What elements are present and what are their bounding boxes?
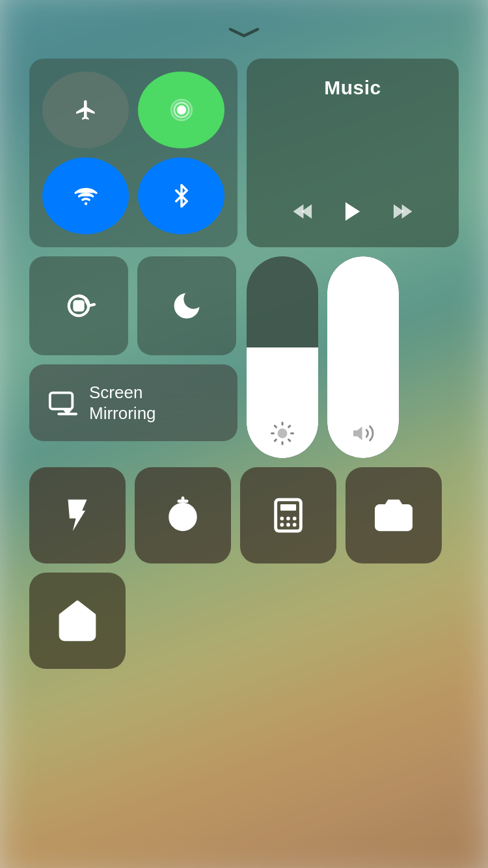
- rotation-lock-button[interactable]: [29, 256, 128, 355]
- svg-line-18: [275, 426, 276, 427]
- svg-rect-11: [75, 302, 83, 310]
- camera-button[interactable]: [346, 467, 442, 563]
- pull-handle[interactable]: [224, 26, 264, 39]
- svg-line-19: [289, 440, 290, 441]
- svg-marker-9: [402, 204, 413, 219]
- svg-point-29: [286, 517, 290, 521]
- svg-rect-27: [280, 504, 296, 511]
- svg-point-33: [293, 523, 297, 527]
- brightness-icon: [271, 422, 294, 448]
- music-title: Music: [324, 77, 381, 99]
- svg-point-15: [278, 429, 288, 439]
- control-center-content: Music: [0, 0, 488, 868]
- svg-marker-24: [353, 427, 362, 441]
- svg-marker-6: [293, 204, 304, 219]
- svg-point-4: [84, 202, 87, 206]
- volume-slider[interactable]: [327, 256, 399, 458]
- volume-icon: [351, 422, 375, 448]
- sliders: [247, 256, 399, 458]
- screen-mirroring-label: ScreenMirroring: [89, 382, 156, 424]
- cellular-button[interactable]: [138, 72, 224, 148]
- svg-point-30: [293, 517, 297, 521]
- flashlight-button[interactable]: [29, 467, 126, 563]
- shortcuts-row: [29, 467, 459, 563]
- left-controls: ScreenMirroring: [29, 256, 237, 441]
- home-row: [29, 573, 459, 669]
- airplane-mode-button[interactable]: [42, 72, 129, 148]
- svg-point-34: [387, 511, 400, 523]
- control-center: Music: [29, 59, 459, 669]
- svg-line-22: [275, 440, 276, 441]
- row-middle: ScreenMirroring: [29, 256, 459, 458]
- svg-marker-7: [346, 202, 360, 221]
- svg-point-28: [280, 517, 284, 521]
- music-controls: [292, 199, 413, 226]
- previous-button[interactable]: [292, 199, 317, 226]
- do-not-disturb-button[interactable]: [137, 256, 236, 355]
- svg-point-32: [286, 523, 290, 527]
- svg-rect-12: [50, 393, 72, 409]
- brightness-slider[interactable]: [247, 256, 318, 458]
- connectivity-tile: [29, 59, 237, 247]
- screen-mirroring-button[interactable]: ScreenMirroring: [29, 364, 237, 441]
- timer-button[interactable]: [135, 467, 231, 563]
- bluetooth-button[interactable]: [138, 157, 224, 234]
- play-button[interactable]: [340, 199, 365, 226]
- wifi-button[interactable]: [42, 157, 129, 234]
- small-buttons-row: [29, 256, 237, 355]
- next-button[interactable]: [388, 199, 413, 226]
- svg-line-23: [289, 426, 290, 427]
- row-top: Music: [29, 59, 459, 247]
- home-button[interactable]: [29, 573, 126, 669]
- music-tile: Music: [247, 59, 459, 247]
- svg-point-31: [280, 523, 284, 527]
- calculator-button[interactable]: [240, 467, 336, 563]
